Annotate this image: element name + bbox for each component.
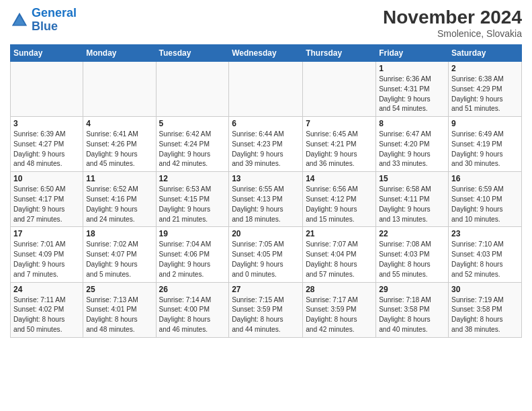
location-subtitle: Smolenice, Slovakia <box>383 28 522 39</box>
day-info: Sunrise: 6:50 AM Sunset: 4:17 PM Dayligh… <box>13 185 80 224</box>
day-number: 25 <box>86 285 152 294</box>
header-row: Sunday Monday Tuesday Wednesday Thursday… <box>11 45 522 62</box>
day-info: Sunrise: 7:07 AM Sunset: 4:04 PM Dayligh… <box>306 240 373 279</box>
calendar-cell: 22Sunrise: 7:08 AM Sunset: 4:03 PM Dayli… <box>376 227 449 282</box>
day-number: 26 <box>159 285 226 294</box>
day-number: 30 <box>451 285 519 294</box>
calendar-cell: 15Sunrise: 6:58 AM Sunset: 4:11 PM Dayli… <box>376 172 449 227</box>
day-number: 28 <box>306 285 373 294</box>
logo-text: General Blue <box>32 7 77 34</box>
calendar-cell: 12Sunrise: 6:53 AM Sunset: 4:15 PM Dayli… <box>156 172 229 227</box>
calendar-cell: 5Sunrise: 6:42 AM Sunset: 4:24 PM Daylig… <box>156 117 229 172</box>
day-info: Sunrise: 6:49 AM Sunset: 4:19 PM Dayligh… <box>451 130 519 169</box>
calendar-cell <box>11 62 83 117</box>
col-friday: Friday <box>376 45 449 62</box>
col-saturday: Saturday <box>449 45 522 62</box>
calendar-cell: 21Sunrise: 7:07 AM Sunset: 4:04 PM Dayli… <box>303 227 376 282</box>
calendar-week-2: 3Sunrise: 6:39 AM Sunset: 4:27 PM Daylig… <box>11 117 522 172</box>
day-info: Sunrise: 7:02 AM Sunset: 4:07 PM Dayligh… <box>86 240 152 279</box>
month-title: November 2024 <box>383 7 522 28</box>
day-info: Sunrise: 6:42 AM Sunset: 4:24 PM Dayligh… <box>159 130 226 169</box>
calendar-cell: 10Sunrise: 6:50 AM Sunset: 4:17 PM Dayli… <box>11 172 83 227</box>
calendar-cell: 3Sunrise: 6:39 AM Sunset: 4:27 PM Daylig… <box>11 117 83 172</box>
calendar-cell <box>156 62 229 117</box>
day-info: Sunrise: 7:15 AM Sunset: 3:59 PM Dayligh… <box>232 295 300 335</box>
calendar-week-1: 1Sunrise: 6:36 AM Sunset: 4:31 PM Daylig… <box>11 62 522 117</box>
calendar-table: Sunday Monday Tuesday Wednesday Thursday… <box>10 44 522 338</box>
day-info: Sunrise: 6:44 AM Sunset: 4:23 PM Dayligh… <box>232 130 300 169</box>
day-info: Sunrise: 7:17 AM Sunset: 3:59 PM Dayligh… <box>306 295 373 335</box>
day-info: Sunrise: 6:55 AM Sunset: 4:13 PM Dayligh… <box>232 185 300 224</box>
day-number: 23 <box>451 229 519 238</box>
day-number: 19 <box>159 229 226 238</box>
calendar-cell <box>83 62 156 117</box>
day-number: 18 <box>86 229 152 238</box>
title-block: November 2024 Smolenice, Slovakia <box>383 7 522 39</box>
calendar-cell: 16Sunrise: 6:59 AM Sunset: 4:10 PM Dayli… <box>449 172 522 227</box>
day-number: 6 <box>232 119 300 128</box>
day-number: 14 <box>306 174 373 183</box>
day-info: Sunrise: 7:13 AM Sunset: 4:01 PM Dayligh… <box>86 295 152 335</box>
calendar-cell: 9Sunrise: 6:49 AM Sunset: 4:19 PM Daylig… <box>449 117 522 172</box>
col-monday: Monday <box>83 45 156 62</box>
calendar-cell <box>229 62 303 117</box>
day-number: 22 <box>379 229 445 238</box>
day-number: 16 <box>451 174 519 183</box>
day-info: Sunrise: 6:58 AM Sunset: 4:11 PM Dayligh… <box>379 185 445 224</box>
logo: General Blue <box>10 7 77 34</box>
logo-icon <box>10 11 29 30</box>
calendar-cell: 18Sunrise: 7:02 AM Sunset: 4:07 PM Dayli… <box>83 227 156 282</box>
day-number: 5 <box>159 119 226 128</box>
day-number: 29 <box>379 285 445 294</box>
day-number: 24 <box>13 285 80 294</box>
day-number: 11 <box>86 174 152 183</box>
day-info: Sunrise: 6:53 AM Sunset: 4:15 PM Dayligh… <box>159 185 226 224</box>
day-info: Sunrise: 6:36 AM Sunset: 4:31 PM Dayligh… <box>379 75 445 114</box>
calendar-cell: 4Sunrise: 6:41 AM Sunset: 4:26 PM Daylig… <box>83 117 156 172</box>
calendar-cell: 23Sunrise: 7:10 AM Sunset: 4:03 PM Dayli… <box>449 227 522 282</box>
calendar-cell: 28Sunrise: 7:17 AM Sunset: 3:59 PM Dayli… <box>303 282 376 337</box>
day-number: 1 <box>379 64 445 73</box>
calendar-cell: 7Sunrise: 6:45 AM Sunset: 4:21 PM Daylig… <box>303 117 376 172</box>
calendar-week-5: 24Sunrise: 7:11 AM Sunset: 4:02 PM Dayli… <box>11 282 522 337</box>
calendar-cell: 19Sunrise: 7:04 AM Sunset: 4:06 PM Dayli… <box>156 227 229 282</box>
day-info: Sunrise: 7:18 AM Sunset: 3:58 PM Dayligh… <box>379 295 445 335</box>
calendar-cell: 17Sunrise: 7:01 AM Sunset: 4:09 PM Dayli… <box>11 227 83 282</box>
calendar-week-3: 10Sunrise: 6:50 AM Sunset: 4:17 PM Dayli… <box>11 172 522 227</box>
day-number: 15 <box>379 174 445 183</box>
day-number: 8 <box>379 119 445 128</box>
day-number: 10 <box>13 174 80 183</box>
day-number: 12 <box>159 174 226 183</box>
page-header: General Blue November 2024 Smolenice, Sl… <box>10 7 522 39</box>
day-number: 13 <box>232 174 300 183</box>
day-number: 21 <box>306 229 373 238</box>
day-number: 3 <box>13 119 80 128</box>
calendar-cell <box>303 62 376 117</box>
calendar-cell: 6Sunrise: 6:44 AM Sunset: 4:23 PM Daylig… <box>229 117 303 172</box>
col-wednesday: Wednesday <box>229 45 303 62</box>
calendar-cell: 11Sunrise: 6:52 AM Sunset: 4:16 PM Dayli… <box>83 172 156 227</box>
page-container: General Blue November 2024 Smolenice, Sl… <box>0 0 532 341</box>
day-number: 9 <box>451 119 519 128</box>
day-info: Sunrise: 6:59 AM Sunset: 4:10 PM Dayligh… <box>451 185 519 224</box>
col-sunday: Sunday <box>11 45 83 62</box>
calendar-cell: 29Sunrise: 7:18 AM Sunset: 3:58 PM Dayli… <box>376 282 449 337</box>
col-thursday: Thursday <box>303 45 376 62</box>
day-info: Sunrise: 6:56 AM Sunset: 4:12 PM Dayligh… <box>306 185 373 224</box>
day-info: Sunrise: 6:47 AM Sunset: 4:20 PM Dayligh… <box>379 130 445 169</box>
day-info: Sunrise: 7:14 AM Sunset: 4:00 PM Dayligh… <box>159 295 226 335</box>
day-info: Sunrise: 6:38 AM Sunset: 4:29 PM Dayligh… <box>451 75 519 114</box>
day-number: 2 <box>451 64 519 73</box>
calendar-cell: 27Sunrise: 7:15 AM Sunset: 3:59 PM Dayli… <box>229 282 303 337</box>
calendar-cell: 13Sunrise: 6:55 AM Sunset: 4:13 PM Dayli… <box>229 172 303 227</box>
day-info: Sunrise: 7:10 AM Sunset: 4:03 PM Dayligh… <box>451 240 519 279</box>
day-number: 20 <box>232 229 300 238</box>
day-number: 17 <box>13 229 80 238</box>
calendar-cell: 8Sunrise: 6:47 AM Sunset: 4:20 PM Daylig… <box>376 117 449 172</box>
day-info: Sunrise: 6:52 AM Sunset: 4:16 PM Dayligh… <box>86 185 152 224</box>
day-number: 4 <box>86 119 152 128</box>
day-info: Sunrise: 7:01 AM Sunset: 4:09 PM Dayligh… <box>13 240 80 279</box>
calendar-week-4: 17Sunrise: 7:01 AM Sunset: 4:09 PM Dayli… <box>11 227 522 282</box>
calendar-cell: 14Sunrise: 6:56 AM Sunset: 4:12 PM Dayli… <box>303 172 376 227</box>
day-info: Sunrise: 6:45 AM Sunset: 4:21 PM Dayligh… <box>306 130 373 169</box>
